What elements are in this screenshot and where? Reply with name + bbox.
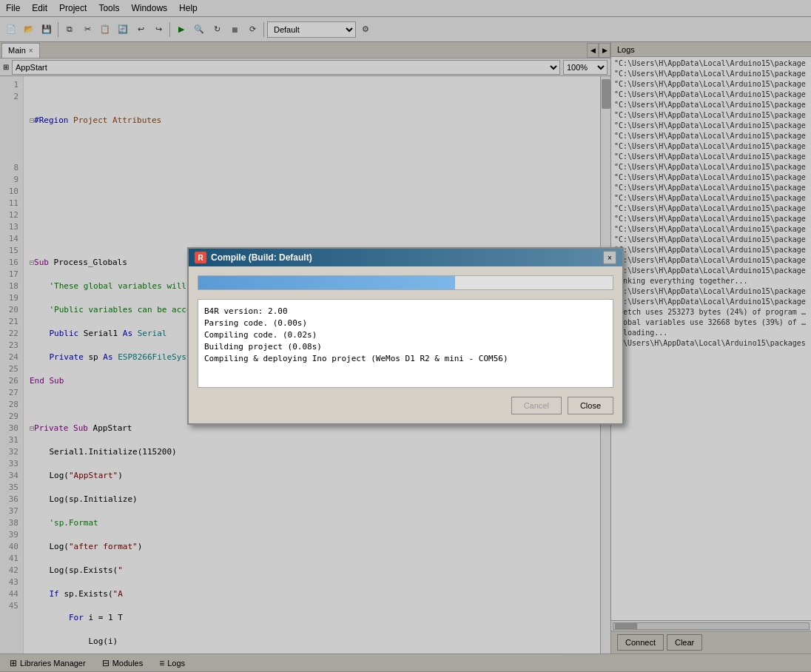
modal-close-btn[interactable]: × [603, 251, 616, 264]
modal-title-bar: R Compile (Build: Default) × [189, 249, 622, 266]
build-output-line: Compiling code. (0.02s) [204, 329, 607, 341]
build-output-line: Building project (0.08s) [204, 341, 607, 353]
progress-bar-fill [198, 276, 455, 289]
compile-modal: R Compile (Build: Default) × B4R version… [187, 247, 624, 425]
modal-body: B4R version: 2.00Parsing code. (0.00s)Co… [189, 266, 622, 423]
build-output-line: Compiling & deploying Ino project (WeMos… [204, 353, 607, 365]
progress-bar-container [198, 275, 613, 290]
build-output: B4R version: 2.00Parsing code. (0.00s)Co… [198, 299, 613, 388]
build-output-line: Parsing code. (0.00s) [204, 317, 607, 329]
modal-title-text: Compile (Build: Default) [211, 252, 603, 263]
modal-overlay: R Compile (Build: Default) × B4R version… [0, 0, 811, 672]
modal-title-icon: R [195, 252, 206, 263]
build-output-line: B4R version: 2.00 [204, 306, 607, 317]
cancel-button[interactable]: Cancel [511, 397, 562, 414]
close-dialog-button[interactable]: Close [568, 397, 613, 414]
modal-buttons: Cancel Close [198, 397, 613, 414]
